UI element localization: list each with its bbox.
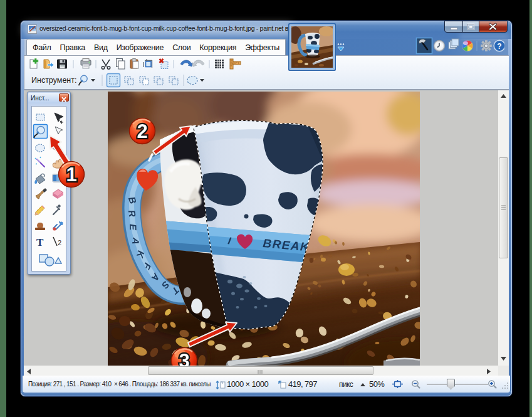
svg-text:2: 2 — [58, 239, 61, 246]
svg-text:2: 2 — [137, 120, 147, 142]
svg-text:?: ? — [497, 42, 501, 51]
svg-text:A: A — [130, 236, 142, 245]
svg-text:E: E — [128, 224, 138, 231]
svg-text:3: 3 — [179, 350, 189, 366]
svg-text:1: 1 — [66, 164, 76, 186]
svg-text:T: T — [36, 236, 44, 248]
